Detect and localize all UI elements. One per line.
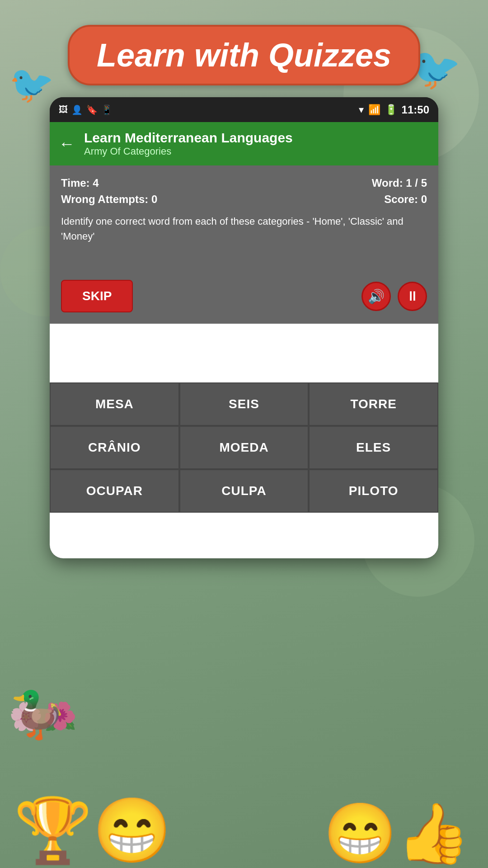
- app-title: Learn Mediterranean Languages: [84, 130, 293, 146]
- status-icons: 🖼 👤 🔖 📱: [59, 104, 113, 115]
- pause-button[interactable]: ⏸: [398, 282, 427, 311]
- quiz-controls: SKIP 🔊 ⏸: [61, 280, 427, 312]
- quiz-stats: Time: 4 Word: 1 / 5 Wrong Attempts: 0 Sc…: [61, 177, 427, 206]
- phone-frame: 🖼 👤 🔖 📱 ▾ 📶 🔋 11:50 ← Learn Mediterranea…: [50, 97, 438, 558]
- word-btn-piloto[interactable]: PILOTO: [309, 469, 438, 513]
- title-banner-text: Learn with Quizzes: [97, 37, 391, 73]
- app-subtitle: Army Of Categories: [84, 146, 293, 157]
- control-icons: 🔊 ⏸: [361, 282, 427, 311]
- word-grid: MESA SEIS TORRE CRÂNIO MOEDA ELES OCUPAR…: [50, 382, 438, 513]
- status-icon-4: 📱: [101, 104, 113, 115]
- app-header: ← Learn Mediterranean Languages Army Of …: [50, 122, 438, 165]
- status-icon-1: 🖼: [59, 104, 68, 115]
- status-time: 11:50: [402, 104, 429, 116]
- word-btn-moeda[interactable]: MOEDA: [179, 426, 309, 469]
- word-btn-culpa[interactable]: CULPA: [179, 469, 309, 513]
- word-stat: Word: 1 / 5: [246, 177, 427, 189]
- status-icon-2: 👤: [71, 104, 83, 115]
- animal-decoration: 🦆: [9, 688, 66, 741]
- word-btn-torre[interactable]: TORRE: [309, 382, 438, 426]
- battery-icon: 🔋: [385, 104, 397, 116]
- mascot-right: 😁👍: [324, 799, 470, 868]
- score-stat: Score: 0: [246, 193, 427, 206]
- bottom-white-area: [50, 513, 438, 558]
- status-bar: 🖼 👤 🔖 📱 ▾ 📶 🔋 11:50: [50, 97, 438, 122]
- word-btn-eles[interactable]: ELES: [309, 426, 438, 469]
- back-button[interactable]: ←: [59, 134, 75, 153]
- skip-button[interactable]: SKIP: [61, 280, 133, 312]
- wrong-stat: Wrong Attempts: 0: [61, 193, 242, 206]
- answer-drop-area: [50, 324, 438, 382]
- header-text: Learn Mediterranean Languages Army Of Ca…: [84, 130, 293, 157]
- signal-icon: 📶: [368, 104, 380, 116]
- quiz-instruction: Identify one correct word from each of t…: [61, 214, 427, 244]
- title-banner: Learn with Quizzes: [68, 25, 420, 85]
- time-stat: Time: 4: [61, 177, 242, 189]
- word-btn-ocupar[interactable]: OCUPAR: [50, 469, 179, 513]
- quiz-spacer: [61, 253, 427, 280]
- mascot-left: 🏆😁: [14, 793, 172, 868]
- word-btn-cranio[interactable]: CRÂNIO: [50, 426, 179, 469]
- sound-button[interactable]: 🔊: [361, 282, 391, 311]
- word-btn-seis[interactable]: SEIS: [179, 382, 309, 426]
- word-btn-mesa[interactable]: MESA: [50, 382, 179, 426]
- quiz-area: Time: 4 Word: 1 / 5 Wrong Attempts: 0 Sc…: [50, 165, 438, 324]
- bird-left-icon: 🐦: [9, 63, 54, 106]
- wifi-icon: ▾: [359, 104, 364, 116]
- status-icon-3: 🔖: [86, 104, 98, 115]
